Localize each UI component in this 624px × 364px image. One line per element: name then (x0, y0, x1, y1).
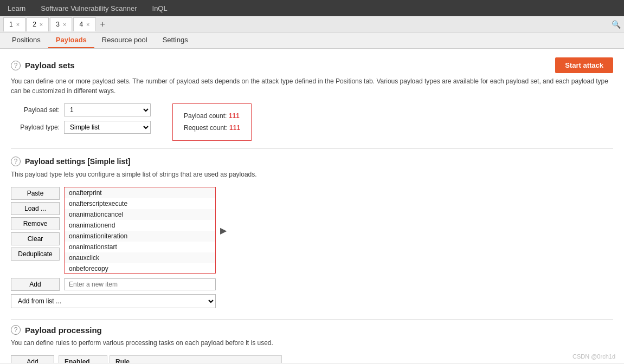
request-count-value: 111 (229, 124, 240, 132)
sub-tabs: Positions Payloads Resource pool Setting… (0, 32, 624, 49)
payload-type-row: Payload type: Simple list (11, 121, 151, 134)
payload-config: Payload set: 1 Payload type: Simple list… (11, 103, 613, 141)
processing-rule-col: Rule (110, 355, 282, 363)
payload-set-label: Payload set: (11, 106, 60, 114)
instance-tab-4[interactable]: 4 × (73, 17, 95, 31)
instance-tab-2-label: 2 (33, 21, 36, 28)
instance-tab-4-close[interactable]: × (86, 21, 89, 28)
payload-sets-title: Payload sets (25, 61, 75, 70)
list-item[interactable]: onanimationiteration (65, 231, 215, 242)
payload-processing-description: You can define rules to perform various … (11, 338, 613, 348)
payload-sets-description: You can define one or more payload sets.… (11, 76, 613, 96)
paste-button[interactable]: Paste (11, 187, 60, 200)
list-item[interactable]: onanimationcancel (65, 209, 215, 220)
tab-settings[interactable]: Settings (155, 32, 196, 48)
list-item[interactable]: onanimationstart (65, 242, 215, 252)
add-tab-button[interactable]: + (97, 20, 108, 29)
payload-processing-help-icon[interactable]: ? (11, 325, 21, 335)
add-item-button[interactable]: Add (11, 278, 60, 291)
tab-resource-pool[interactable]: Resource pool (94, 32, 155, 48)
divider-1 (11, 148, 613, 149)
list-item[interactable]: onafterscriptexecute (65, 198, 215, 209)
nav-inql[interactable]: InQL (149, 4, 171, 12)
arrow-right-icon: ▶ (220, 225, 227, 236)
instance-tab-1-close[interactable]: × (16, 21, 20, 28)
payload-type-label: Payload type: (11, 123, 60, 131)
payload-sets-header: ? Payload sets Start attack (11, 57, 613, 73)
list-item[interactable]: onbeforecopy (65, 263, 215, 274)
payload-settings-description: This payload type lets you configure a s… (11, 170, 613, 179)
main-content: ? Payload sets Start attack You can defi… (0, 49, 624, 363)
payload-processing-header: ? Payload processing (11, 325, 613, 335)
deduplicate-button[interactable]: Deduplicate (11, 248, 60, 261)
search-icon[interactable]: 🔍 (612, 20, 621, 29)
instance-tab-4-label: 4 (79, 21, 83, 28)
payload-settings-title: Payload settings [Simple list] (25, 157, 131, 166)
processing-enabled-col: Enabled (59, 355, 107, 363)
list-buttons: Paste Load ... Remove Clear Deduplicate (11, 187, 60, 274)
list-item[interactable]: onanimationend (65, 220, 215, 231)
payload-type-select[interactable]: Simple list (64, 121, 151, 134)
tab-payloads[interactable]: Payloads (48, 32, 94, 48)
clear-button[interactable]: Clear (11, 232, 60, 245)
processing-add-button[interactable]: Add (11, 355, 54, 363)
payload-sets-help-icon[interactable]: ? (11, 61, 21, 70)
top-nav: Learn Software Vulnerability Scanner InQ… (0, 0, 624, 16)
payload-count-label: Payload count: (184, 112, 227, 120)
processing-controls: Add Enabled Rule (11, 355, 282, 363)
add-item-row: Add (11, 278, 613, 291)
payload-count-row: Payload count: 111 (184, 110, 240, 122)
payload-processing-section: ? Payload processing You can define rule… (11, 319, 613, 363)
payload-count-value: 111 (229, 112, 240, 120)
payload-set-row: Payload set: 1 (11, 103, 151, 116)
instance-tab-3-close[interactable]: × (63, 21, 66, 28)
instance-tab-1-label: 1 (9, 21, 13, 28)
nav-svs[interactable]: Software Vulnerability Scanner (37, 4, 140, 12)
load-button[interactable]: Load ... (11, 202, 60, 215)
payload-count-box: Payload count: 111 Request count: 111 (172, 103, 252, 141)
nav-learn[interactable]: Learn (4, 4, 29, 12)
add-from-list-select[interactable]: Add from list ... (11, 294, 216, 308)
add-from-list-row: Add from list ... (11, 294, 216, 308)
request-count-row: Request count: 111 (184, 122, 240, 134)
instance-tab-3-label: 3 (56, 21, 60, 28)
instance-tab-2-close[interactable]: × (40, 21, 43, 28)
payload-list[interactable]: onafterprint onafterscriptexecute onanim… (64, 187, 216, 274)
list-area: Paste Load ... Remove Clear Deduplicate … (11, 187, 613, 274)
list-item[interactable]: onafterprint (65, 187, 215, 198)
instance-tab-2[interactable]: 2 × (27, 17, 49, 31)
start-attack-button[interactable]: Start attack (555, 57, 613, 73)
remove-button[interactable]: Remove (11, 217, 60, 230)
list-item[interactable]: onauxclick (65, 252, 215, 263)
instance-tab-1[interactable]: 1 × (3, 17, 25, 31)
watermark: CSDN @0rch1d (572, 353, 615, 360)
payload-processing-title: Payload processing (25, 326, 102, 335)
request-count-label: Request count: (184, 124, 228, 132)
payload-config-left: Payload set: 1 Payload type: Simple list (11, 103, 151, 134)
instance-tab-3[interactable]: 3 × (50, 17, 72, 31)
instance-tabs: 1 × 2 × 3 × 4 × + 🔍 (0, 16, 624, 32)
payload-settings-header: ? Payload settings [Simple list] (11, 157, 613, 166)
tab-positions[interactable]: Positions (4, 32, 48, 48)
payload-set-select[interactable]: 1 (64, 103, 151, 116)
add-item-input[interactable] (64, 278, 216, 290)
payload-settings-help-icon[interactable]: ? (11, 157, 21, 166)
